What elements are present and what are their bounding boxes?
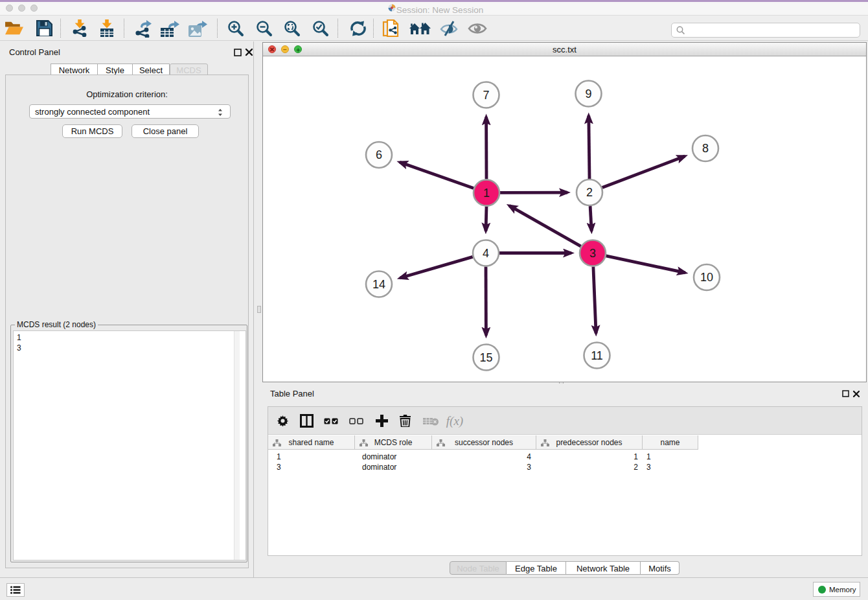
svg-text:14: 14 xyxy=(372,278,385,291)
svg-text:4: 4 xyxy=(483,247,489,260)
svg-text:15: 15 xyxy=(479,351,492,364)
svg-text:7: 7 xyxy=(483,89,489,102)
svg-text:9: 9 xyxy=(585,87,591,100)
svg-text:2: 2 xyxy=(586,186,593,199)
svg-text:1: 1 xyxy=(483,187,490,200)
svg-text:3: 3 xyxy=(589,247,596,260)
svg-text:8: 8 xyxy=(702,142,709,155)
svg-text:11: 11 xyxy=(591,349,603,362)
svg-text:10: 10 xyxy=(700,271,713,284)
svg-text:6: 6 xyxy=(376,148,382,161)
